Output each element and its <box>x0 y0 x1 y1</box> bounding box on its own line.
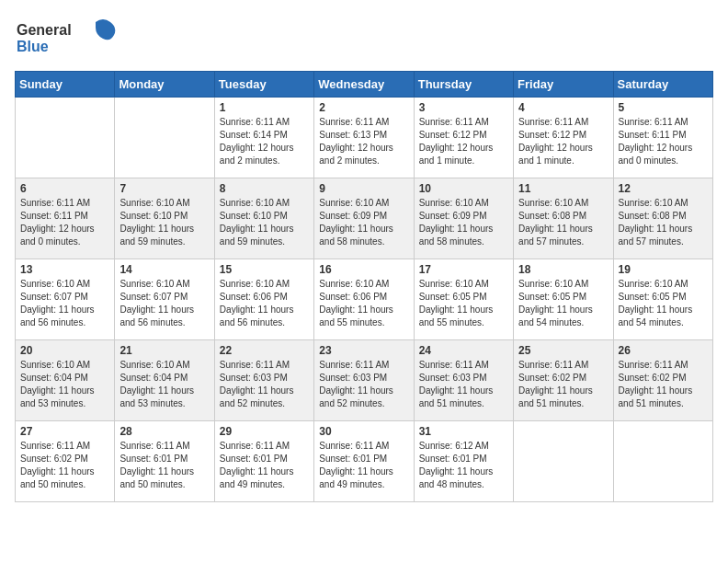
calendar-week-row: 13Sunrise: 6:10 AMSunset: 6:07 PMDayligh… <box>16 259 713 340</box>
day-info: Sunrise: 6:10 AMSunset: 6:07 PMDaylight:… <box>20 278 109 329</box>
day-info: Sunrise: 6:10 AMSunset: 6:06 PMDaylight:… <box>220 278 309 329</box>
calendar-cell <box>115 98 214 178</box>
svg-text:General: General <box>17 22 72 38</box>
day-number: 5 <box>619 101 708 114</box>
day-number: 16 <box>319 263 408 276</box>
day-info: Sunrise: 6:11 AMSunset: 6:03 PMDaylight:… <box>419 359 508 410</box>
day-info: Sunrise: 6:11 AMSunset: 6:12 PMDaylight:… <box>518 116 608 167</box>
calendar-cell: 22Sunrise: 6:11 AMSunset: 6:03 PMDayligh… <box>214 340 313 421</box>
day-number: 19 <box>619 263 708 276</box>
day-number: 26 <box>619 344 708 357</box>
day-info: Sunrise: 6:11 AMSunset: 6:11 PMDaylight:… <box>619 116 708 167</box>
day-info: Sunrise: 6:11 AMSunset: 6:03 PMDaylight:… <box>220 359 309 410</box>
day-info: Sunrise: 6:10 AMSunset: 6:07 PMDaylight:… <box>119 278 209 329</box>
day-info: Sunrise: 6:11 AMSunset: 6:03 PMDaylight:… <box>319 359 408 410</box>
calendar-cell: 5Sunrise: 6:11 AMSunset: 6:11 PMDaylight… <box>613 98 712 178</box>
day-number: 11 <box>518 182 608 195</box>
day-info: Sunrise: 6:11 AMSunset: 6:13 PMDaylight:… <box>319 116 408 167</box>
calendar-cell: 13Sunrise: 6:10 AMSunset: 6:07 PMDayligh… <box>16 259 115 340</box>
day-info: Sunrise: 6:10 AMSunset: 6:10 PMDaylight:… <box>119 197 209 248</box>
calendar-cell: 24Sunrise: 6:11 AMSunset: 6:03 PMDayligh… <box>414 340 513 421</box>
calendar-table: SundayMondayTuesdayWednesdayThursdayFrid… <box>15 71 713 502</box>
day-info: Sunrise: 6:10 AMSunset: 6:08 PMDaylight:… <box>518 197 608 248</box>
day-info: Sunrise: 6:10 AMSunset: 6:10 PMDaylight:… <box>220 197 309 248</box>
calendar-cell: 12Sunrise: 6:10 AMSunset: 6:08 PMDayligh… <box>613 178 712 259</box>
day-number: 8 <box>220 182 309 195</box>
calendar-cell: 19Sunrise: 6:10 AMSunset: 6:05 PMDayligh… <box>613 259 712 340</box>
calendar-cell: 27Sunrise: 6:11 AMSunset: 6:02 PMDayligh… <box>16 421 115 502</box>
svg-text:Blue: Blue <box>17 39 49 54</box>
calendar-cell: 3Sunrise: 6:11 AMSunset: 6:12 PMDaylight… <box>414 98 513 178</box>
logo-text: General Blue <box>15 15 116 60</box>
day-number: 9 <box>319 182 408 195</box>
calendar-cell: 16Sunrise: 6:10 AMSunset: 6:06 PMDayligh… <box>314 259 414 340</box>
calendar-cell <box>514 421 613 502</box>
day-info: Sunrise: 6:10 AMSunset: 6:05 PMDaylight:… <box>518 278 608 329</box>
calendar-week-row: 20Sunrise: 6:10 AMSunset: 6:04 PMDayligh… <box>16 340 713 421</box>
day-info: Sunrise: 6:10 AMSunset: 6:04 PMDaylight:… <box>20 359 109 410</box>
header: General Blue <box>15 15 713 60</box>
day-info: Sunrise: 6:11 AMSunset: 6:02 PMDaylight:… <box>20 440 109 491</box>
day-number: 14 <box>119 263 209 276</box>
calendar-cell: 26Sunrise: 6:11 AMSunset: 6:02 PMDayligh… <box>613 340 712 421</box>
weekday-header-wednesday: Wednesday <box>314 72 414 98</box>
day-number: 31 <box>419 425 508 438</box>
day-number: 10 <box>419 182 508 195</box>
calendar-cell: 7Sunrise: 6:10 AMSunset: 6:10 PMDaylight… <box>115 178 214 259</box>
day-number: 22 <box>220 344 309 357</box>
day-number: 23 <box>319 344 408 357</box>
calendar-cell: 9Sunrise: 6:10 AMSunset: 6:09 PMDaylight… <box>314 178 414 259</box>
day-number: 12 <box>619 182 708 195</box>
calendar-cell: 23Sunrise: 6:11 AMSunset: 6:03 PMDayligh… <box>314 340 414 421</box>
calendar-cell: 4Sunrise: 6:11 AMSunset: 6:12 PMDaylight… <box>514 98 613 178</box>
day-info: Sunrise: 6:11 AMSunset: 6:01 PMDaylight:… <box>119 440 209 491</box>
day-info: Sunrise: 6:11 AMSunset: 6:14 PMDaylight:… <box>220 116 309 167</box>
calendar-cell: 17Sunrise: 6:10 AMSunset: 6:05 PMDayligh… <box>414 259 513 340</box>
calendar-cell: 31Sunrise: 6:12 AMSunset: 6:01 PMDayligh… <box>414 421 513 502</box>
calendar-week-row: 27Sunrise: 6:11 AMSunset: 6:02 PMDayligh… <box>16 421 713 502</box>
calendar-cell: 20Sunrise: 6:10 AMSunset: 6:04 PMDayligh… <box>16 340 115 421</box>
day-number: 2 <box>319 101 408 114</box>
calendar-cell: 1Sunrise: 6:11 AMSunset: 6:14 PMDaylight… <box>214 98 313 178</box>
day-number: 20 <box>20 344 109 357</box>
day-number: 18 <box>518 263 608 276</box>
day-info: Sunrise: 6:11 AMSunset: 6:12 PMDaylight:… <box>419 116 508 167</box>
day-number: 25 <box>518 344 608 357</box>
day-number: 13 <box>20 263 109 276</box>
day-number: 27 <box>20 425 109 438</box>
calendar-cell: 10Sunrise: 6:10 AMSunset: 6:09 PMDayligh… <box>414 178 513 259</box>
calendar-cell: 29Sunrise: 6:11 AMSunset: 6:01 PMDayligh… <box>214 421 313 502</box>
calendar-week-row: 6Sunrise: 6:11 AMSunset: 6:11 PMDaylight… <box>16 178 713 259</box>
day-number: 24 <box>419 344 508 357</box>
weekday-header-friday: Friday <box>514 72 613 98</box>
calendar-cell: 8Sunrise: 6:10 AMSunset: 6:10 PMDaylight… <box>214 178 313 259</box>
day-number: 1 <box>220 101 309 114</box>
calendar-cell: 28Sunrise: 6:11 AMSunset: 6:01 PMDayligh… <box>115 421 214 502</box>
weekday-header-row: SundayMondayTuesdayWednesdayThursdayFrid… <box>16 72 713 98</box>
logo: General Blue <box>15 15 116 60</box>
calendar-cell: 2Sunrise: 6:11 AMSunset: 6:13 PMDaylight… <box>314 98 414 178</box>
day-info: Sunrise: 6:10 AMSunset: 6:06 PMDaylight:… <box>319 278 408 329</box>
day-info: Sunrise: 6:10 AMSunset: 6:04 PMDaylight:… <box>119 359 209 410</box>
day-number: 15 <box>220 263 309 276</box>
day-info: Sunrise: 6:10 AMSunset: 6:05 PMDaylight:… <box>419 278 508 329</box>
calendar-week-row: 1Sunrise: 6:11 AMSunset: 6:14 PMDaylight… <box>16 98 713 178</box>
day-info: Sunrise: 6:10 AMSunset: 6:09 PMDaylight:… <box>319 197 408 248</box>
day-info: Sunrise: 6:10 AMSunset: 6:05 PMDaylight:… <box>619 278 708 329</box>
day-number: 3 <box>419 101 508 114</box>
calendar-cell: 11Sunrise: 6:10 AMSunset: 6:08 PMDayligh… <box>514 178 613 259</box>
day-info: Sunrise: 6:11 AMSunset: 6:02 PMDaylight:… <box>518 359 608 410</box>
calendar-cell <box>16 98 115 178</box>
calendar-cell: 15Sunrise: 6:10 AMSunset: 6:06 PMDayligh… <box>214 259 313 340</box>
day-info: Sunrise: 6:10 AMSunset: 6:09 PMDaylight:… <box>419 197 508 248</box>
calendar-cell <box>613 421 712 502</box>
day-info: Sunrise: 6:11 AMSunset: 6:02 PMDaylight:… <box>619 359 708 410</box>
day-number: 29 <box>220 425 309 438</box>
day-number: 28 <box>119 425 209 438</box>
calendar-cell: 14Sunrise: 6:10 AMSunset: 6:07 PMDayligh… <box>115 259 214 340</box>
day-info: Sunrise: 6:11 AMSunset: 6:01 PMDaylight:… <box>220 440 309 491</box>
day-info: Sunrise: 6:10 AMSunset: 6:08 PMDaylight:… <box>619 197 708 248</box>
calendar-cell: 18Sunrise: 6:10 AMSunset: 6:05 PMDayligh… <box>514 259 613 340</box>
calendar-cell: 21Sunrise: 6:10 AMSunset: 6:04 PMDayligh… <box>115 340 214 421</box>
day-number: 17 <box>419 263 508 276</box>
